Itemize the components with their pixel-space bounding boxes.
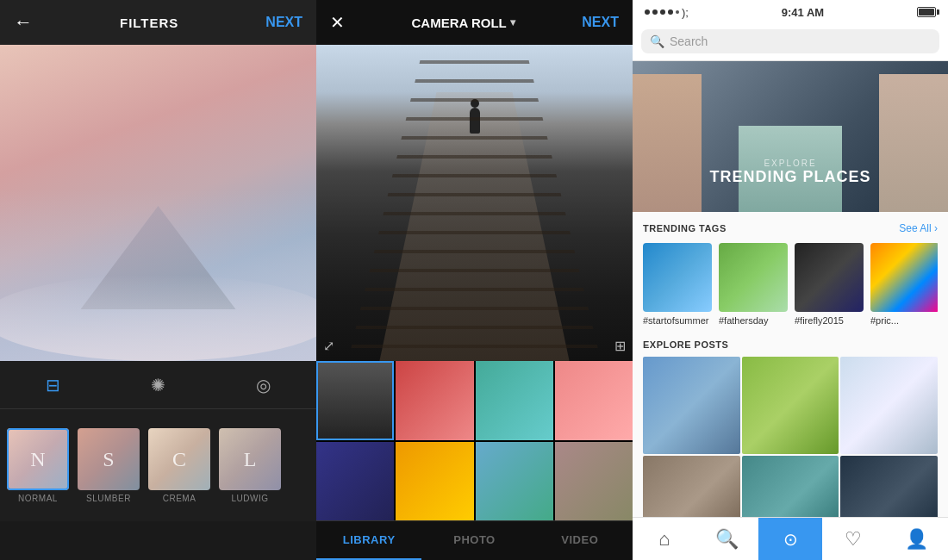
filter-crema[interactable]: C CREMA [148,428,210,503]
signal-dot-1 [645,9,650,15]
back-button[interactable]: ← [14,11,33,34]
camera-grid [316,361,633,520]
adjust-tool-icon[interactable]: ⊟ [46,375,60,395]
banner-text-block: EXPLORE TRENDING PLACES [633,159,948,186]
post-2[interactable] [742,357,839,454]
tab-video[interactable]: VIDEO [527,521,633,560]
camera-next-button[interactable]: NEXT [582,15,619,30]
camera-roll-title[interactable]: CAMERA ROLL ▾ [412,16,515,30]
filters-list: N NORMAL S SLUMBER C CREMA L LUDWIG [0,409,316,521]
dropdown-chevron-icon: ▾ [510,16,515,28]
grid-thumb-1[interactable] [316,361,394,440]
signal-dots: ); [645,6,689,19]
status-bar: ); 9:41 AM [633,0,948,24]
trending-places-banner[interactable]: EXPLORE TRENDING PLACES [633,61,948,212]
camera-main-preview: ⤢ ⊞ [316,45,633,361]
status-time: 9:41 AM [782,6,824,19]
signal-dot-5 [676,10,679,14]
banner-explore-label: EXPLORE [633,159,948,168]
camera-header: ✕ CAMERA ROLL ▾ NEXT [316,0,633,45]
tag-thumb-2 [719,243,788,312]
camera-panel: ✕ CAMERA ROLL ▾ NEXT ⤢ ⊞ LIBRARY PHOTO V… [316,0,633,560]
post-3[interactable] [840,357,938,454]
explore-posts-section: EXPLORE POSTS [633,333,948,517]
tab-photo[interactable]: PHOTO [421,521,527,560]
search-input-wrapper[interactable]: 🔍 Search [641,29,939,53]
tag-label-2: #fathersday [719,315,788,326]
nav-profile[interactable]: 👤 [885,518,948,560]
post-4[interactable] [643,456,740,517]
profile-icon: 👤 [905,528,928,551]
banner-trending-title: TRENDING PLACES [633,168,948,186]
heart-icon: ♡ [845,528,862,551]
tag-item-1[interactable]: #startofsummer [643,243,712,326]
tag-thumb-1 [643,243,712,312]
tag-label-3: #firefly2015 [795,315,864,326]
posts-grid [643,357,938,517]
trending-tags-title: TRENDING TAGS [643,223,727,233]
nav-home[interactable]: ⌂ [633,518,695,560]
filter-crema-label: CREMA [163,494,196,503]
nav-heart[interactable]: ♡ [822,518,885,560]
post-5[interactable] [742,456,839,517]
wifi-icon: ); [682,6,689,19]
filters-tools-bar: ⊟ ✺ ◎ [0,361,316,409]
signal-dot-4 [668,9,673,15]
tags-row: #startofsummer #fathersday #firefly2015 … [643,243,938,326]
filter-ludwig[interactable]: L LUDWIG [219,428,281,503]
filters-header: ← FILTERS NEXT [0,0,316,45]
close-button[interactable]: ✕ [330,12,345,33]
explore-panel: ); 9:41 AM 🔍 Search EXPLORE TRENDING PLA… [633,0,948,560]
tag-label-4: #pric... [870,315,938,326]
search-nav-icon: 🔍 [715,528,739,551]
nav-camera[interactable]: ⊙ [758,518,821,560]
filters-preview-image [0,45,316,361]
post-6[interactable] [840,456,938,517]
bottom-nav: ⌂ 🔍 ⊙ ♡ 👤 [633,517,948,560]
tag-thumb-4 [870,243,938,312]
grid-thumb-3[interactable] [476,361,553,440]
grid-thumb-2[interactable] [396,361,473,440]
trending-tags-header: TRENDING TAGS See All › [643,222,938,234]
grid-thumb-5[interactable] [316,442,394,521]
home-icon: ⌂ [658,528,670,551]
filter-slumber[interactable]: S SLUMBER [78,428,140,503]
brightness-tool-icon[interactable]: ✺ [151,375,165,395]
signal-dot-2 [652,9,658,15]
tag-item-2[interactable]: #fathersday [719,243,788,326]
filter-slumber-label: SLUMBER [86,494,131,503]
grid-thumb-4[interactable] [555,361,633,440]
filters-next-button[interactable]: NEXT [265,15,302,30]
filters-panel: ← FILTERS NEXT ⊟ ✺ ◎ N NORMAL S SLUMBER … [0,0,316,560]
grid-thumb-6[interactable] [396,442,473,521]
filters-title: FILTERS [120,16,178,30]
see-all-button[interactable]: See All › [899,222,938,234]
tag-label-1: #startofsummer [643,315,712,326]
signal-dot-3 [660,9,665,15]
grid-thumb-7[interactable] [476,442,553,521]
tab-library[interactable]: LIBRARY [316,521,421,560]
camera-nav-icon: ⊙ [783,529,798,550]
camera-tabs: LIBRARY PHOTO VIDEO [316,520,633,560]
search-placeholder-text: Search [670,34,708,48]
tag-thumb-3 [795,243,864,312]
nav-search[interactable]: 🔍 [695,518,758,560]
explore-content: EXPLORE TRENDING PLACES TRENDING TAGS Se… [633,61,948,517]
tag-item-4[interactable]: #pric... [870,243,938,326]
filter-normal-label: NORMAL [18,494,58,503]
grid-icon[interactable]: ⊞ [614,338,626,354]
trending-tags-section: TRENDING TAGS See All › #startofsummer #… [633,212,948,333]
tag-item-3[interactable]: #firefly2015 [795,243,864,326]
filter-ludwig-label: LUDWIG [232,494,269,503]
search-icon: 🔍 [650,34,664,48]
search-bar[interactable]: 🔍 Search [633,24,948,61]
filter-normal[interactable]: N NORMAL [7,428,69,503]
battery-indicator [917,7,936,17]
grid-thumb-8[interactable] [555,442,633,521]
lux-tool-icon[interactable]: ◎ [256,375,271,395]
explore-posts-title: EXPLORE POSTS [643,339,938,350]
expand-icon[interactable]: ⤢ [323,338,334,354]
post-1[interactable] [643,357,740,454]
